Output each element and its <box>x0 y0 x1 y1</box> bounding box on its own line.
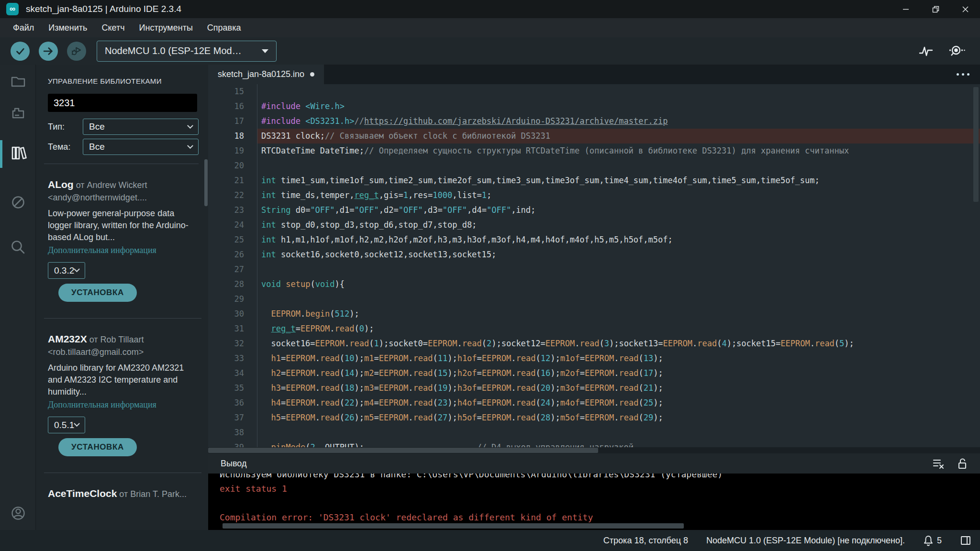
output-line: Compilation error: 'DS3231 clock' redecl… <box>220 510 969 525</box>
version-select[interactable]: 0.5.1 <box>48 417 85 433</box>
line-number: 25 <box>208 232 244 247</box>
install-button[interactable]: УСТАНОВКА <box>58 284 137 302</box>
topic-filter-select[interactable]: Все <box>83 139 199 155</box>
debug-button[interactable] <box>67 42 86 61</box>
line-number: 32 <box>208 336 244 351</box>
code-line[interactable]: 16#include <Wire.h> <box>208 99 980 114</box>
scrollbar-thumb[interactable] <box>208 448 598 453</box>
code-line[interactable]: 20 <box>208 158 980 173</box>
output-scrollbar[interactable] <box>223 523 684 529</box>
line-number: 35 <box>208 381 244 396</box>
clear-output-icon[interactable] <box>932 458 945 469</box>
code-line[interactable]: 23String d0="OFF",d1="OFF",d2="OFF",d3="… <box>208 203 980 218</box>
code-line[interactable]: 36 h4=EEPROM.read(22);m4=EEPROM.read(23)… <box>208 396 980 410</box>
install-button[interactable]: УСТАНОВКА <box>58 438 137 456</box>
code-line[interactable]: 39 pinMode(2, OUTPUT); // D4 выход управ… <box>208 440 980 447</box>
code-line[interactable]: 37 h5=EEPROM.read(26);m5=EEPROM.read(27)… <box>208 410 980 425</box>
notifications[interactable]: 5 <box>923 535 942 546</box>
notification-count: 5 <box>937 536 942 546</box>
menu-item[interactable]: Изменить <box>41 18 94 37</box>
editor-horizontal-scrollbar[interactable] <box>208 447 980 453</box>
library-description: Arduino library for AM2320 AM2321 and AM… <box>48 362 196 398</box>
more-info-link[interactable]: Дополнительная информация <box>48 399 196 411</box>
board-selector[interactable]: NodeMCU 1.0 (ESP-12E Mod… <box>97 41 277 62</box>
account-icon[interactable] <box>9 504 28 523</box>
menu-item[interactable]: Инструменты <box>132 18 200 37</box>
library-name: AceTimeClock <box>48 488 117 499</box>
output-title: Вывод <box>221 459 246 469</box>
line-number: 16 <box>208 99 244 114</box>
toolbar: NodeMCU 1.0 (ESP-12E Mod… <box>0 37 980 65</box>
serial-plotter-icon[interactable] <box>918 44 934 58</box>
serial-monitor-icon[interactable] <box>947 44 967 58</box>
line-number: 20 <box>208 158 244 173</box>
line-number: 17 <box>208 114 244 129</box>
code-line[interactable]: 31 reg_t=EEPROM.read(0); <box>208 321 980 336</box>
code-line[interactable]: 38 <box>208 425 980 440</box>
menu-item[interactable]: Файл <box>6 18 41 37</box>
code-line[interactable]: 35 h3=EEPROM.read(18);m3=EEPROM.read(19)… <box>208 381 980 396</box>
minimize-button[interactable] <box>891 0 921 18</box>
code-line[interactable]: 33 h1=EEPROM.read(10);m1=EEPROM.read(11)… <box>208 351 980 366</box>
code-line[interactable]: 29 <box>208 292 980 307</box>
library-manager-icon[interactable] <box>9 143 28 163</box>
menu-item[interactable]: Скетч <box>94 18 132 37</box>
code-line[interactable]: 17#include <DS3231.h>//https://github.co… <box>208 114 980 129</box>
debug-disabled-icon[interactable] <box>9 193 28 212</box>
code-area[interactable]: 1516#include <Wire.h>17#include <DS3231.… <box>208 84 980 447</box>
code-line[interactable]: 34 h2=EEPROM.read(14);m2=EEPROM.read(15)… <box>208 366 980 381</box>
code-line[interactable]: 26int socket16,socket0,socket12,socket13… <box>208 247 980 262</box>
editor-tabbar: sketch_jan-8a0125.ino <box>208 65 980 84</box>
autoscroll-lock-icon[interactable] <box>957 457 968 470</box>
library-search[interactable] <box>48 94 197 112</box>
code-line[interactable]: 32 socket16=EEPROM.read(1);socket0=EEPRO… <box>208 336 980 351</box>
line-number: 33 <box>208 351 244 366</box>
title-bar: ∞ sketch_jan-8a0125 | Arduino IDE 2.3.4 <box>0 0 980 18</box>
library-name: AM232X <box>48 333 87 344</box>
code-line[interactable]: 24int stop_d0,stop_d3,stop_d6,stop_d7,st… <box>208 218 980 232</box>
line-number: 31 <box>208 321 244 336</box>
output-line <box>220 496 969 510</box>
search-icon[interactable] <box>9 238 28 257</box>
code-line[interactable]: 21int time1_sum,time1of_sum,time2_sum,ti… <box>208 173 980 188</box>
more-info-link[interactable]: Дополнительная информация <box>48 244 196 256</box>
code-line[interactable]: 27 <box>208 262 980 277</box>
library-list-item: AM232X от Rob Tillaart <rob.tillaart@gma… <box>36 319 208 473</box>
code-line[interactable]: 18DS3231 clock;// Связываем объект clock… <box>208 129 980 143</box>
panel-title: УПРАВЛЕНИЕ БИБЛИОТЕКАМИ <box>48 77 199 85</box>
library-list-item: ALog от Andrew Wickert <andy@northernwid… <box>36 164 208 318</box>
editor-more-actions-icon[interactable] <box>957 65 969 84</box>
boards-manager-icon[interactable] <box>9 104 28 123</box>
restore-button[interactable] <box>921 0 950 18</box>
output-line: Используем библиотеку DS3231 в папке: C:… <box>220 474 969 482</box>
tab-sketch[interactable]: sketch_jan-8a0125.ino <box>208 65 324 84</box>
code-line[interactable]: 22int time_ds,temper,reg_t,gis=1,res=100… <box>208 188 980 203</box>
output-panel: Вывод Используем библиотеку DS3231 в пап… <box>208 453 980 530</box>
library-search-input[interactable] <box>48 98 197 109</box>
output-body[interactable]: Используем библиотеку DS3231 в папке: C:… <box>208 474 980 530</box>
topic-filter-label: Тема: <box>48 142 83 152</box>
code-line[interactable]: 30 EEPROM.begin(512); <box>208 307 980 321</box>
unsaved-indicator <box>310 72 314 77</box>
type-filter-select[interactable]: Все <box>83 119 199 135</box>
code-line[interactable]: 19RTCDateTime DateTime;// Определяем сущ… <box>208 143 980 158</box>
line-number: 39 <box>208 440 244 447</box>
menu-item[interactable]: Справка <box>200 18 248 37</box>
line-number: 15 <box>208 84 244 99</box>
code-line[interactable]: 15 <box>208 84 980 99</box>
upload-button[interactable] <box>39 42 58 61</box>
status-bar: Строка 18, столбец 8 NodeMCU 1.0 (ESP-12… <box>0 530 980 551</box>
editor-vertical-scrollbar[interactable] <box>973 87 979 202</box>
version-select[interactable]: 0.3.2 <box>48 262 85 279</box>
toggle-panel-icon[interactable] <box>960 535 971 546</box>
code-line[interactable]: 25int h1,m1,h1of,m1of,h2,m2,h2of,m2of,h3… <box>208 232 980 247</box>
line-number: 22 <box>208 188 244 203</box>
code-line[interactable]: 28void setup(void){ <box>208 277 980 292</box>
line-number: 28 <box>208 277 244 292</box>
library-name: ALog <box>48 179 74 190</box>
window-title: sketch_jan-8a0125 | Arduino IDE 2.3.4 <box>26 4 181 14</box>
sketchbook-folder-icon[interactable] <box>9 72 28 91</box>
sidebar-scrollbar[interactable] <box>204 159 208 206</box>
verify-button[interactable] <box>11 42 30 61</box>
close-button[interactable] <box>950 0 980 18</box>
